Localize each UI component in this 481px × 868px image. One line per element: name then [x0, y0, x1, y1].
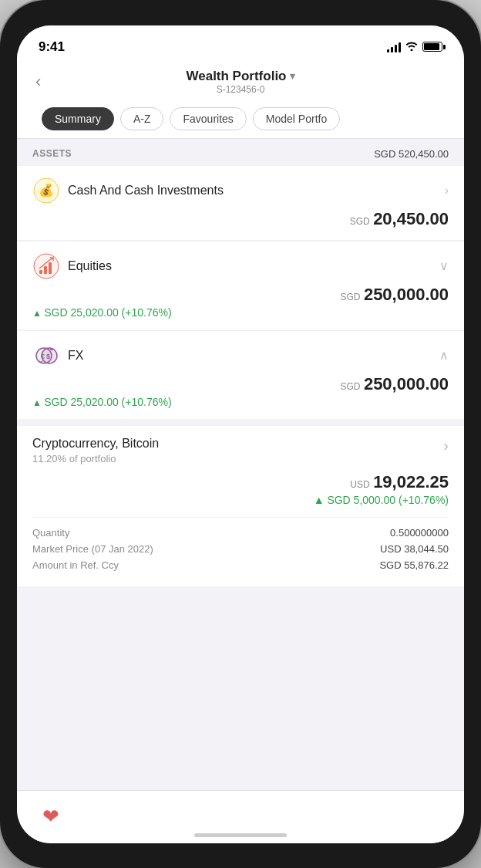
phone-frame: 9:41 ‹	[0, 0, 481, 868]
equities-asset-name: Equities	[68, 259, 112, 273]
status-bar: 9:41	[17, 25, 464, 62]
wifi-icon	[405, 41, 418, 53]
cash-amount: 20,450.00	[373, 209, 449, 228]
fx-asset-row: € $ FX ∧	[32, 342, 449, 370]
svg-text:$: $	[46, 353, 50, 360]
assets-section-header: ASSETS SGD 520,450.00	[17, 139, 464, 166]
fx-change: ▲ SGD 25,020.00 (+10.76%)	[32, 396, 449, 408]
detail-label-market-price: Market Price (07 Jan 2022)	[32, 543, 153, 555]
detail-label-quantity: Quantity	[32, 527, 69, 539]
tab-az[interactable]: A-Z	[120, 107, 164, 130]
crypto-chevron-icon: ›	[443, 437, 449, 454]
equities-icon	[32, 252, 60, 280]
detail-value-quantity: 0.500000000	[390, 527, 449, 539]
detail-row-amount-ref: Amount in Ref. Ccy SGD 55,876.22	[32, 559, 449, 571]
status-time: 9:41	[39, 39, 65, 55]
bar3	[395, 45, 397, 52]
header-top: ‹ Wealth Portfolio ▾ S-123456-0	[32, 69, 449, 100]
crypto-header: Cryptocurrency, Bitcoin 11.20% of portfo…	[32, 437, 449, 464]
cash-asset-row: 💰 Cash And Cash Investments ›	[32, 177, 449, 204]
cash-asset-left: 💰 Cash And Cash Investments	[32, 177, 224, 204]
detail-row-market-price: Market Price (07 Jan 2022) USD 38,044.50	[32, 543, 449, 555]
detail-label-amount-ref: Amount in Ref. Ccy	[32, 559, 119, 571]
crypto-details-table: Quantity 0.500000000 Market Price (07 Ja…	[32, 517, 449, 571]
status-icons	[387, 41, 442, 53]
fx-asset-name: FX	[68, 349, 83, 363]
crypto-title-section: Cryptocurrency, Bitcoin 11.20% of portfo…	[32, 437, 159, 464]
home-indicator	[194, 833, 287, 837]
tab-model-portfolio[interactable]: Model Portfo	[253, 107, 340, 130]
battery-icon	[422, 42, 442, 52]
bar1	[387, 49, 389, 52]
equities-asset-left: Equities	[32, 252, 112, 280]
tab-favourites[interactable]: Favourites	[170, 107, 246, 130]
bar4	[399, 42, 401, 52]
crypto-title: Cryptocurrency, Bitcoin	[32, 437, 159, 451]
cash-currency: SGD	[350, 216, 370, 227]
crypto-up-arrow-icon: ▲	[314, 494, 328, 506]
equities-asset-row: Equities ∨	[32, 252, 449, 280]
detail-value-market-price: USD 38,044.50	[380, 543, 449, 555]
cash-asset-name: Cash And Cash Investments	[68, 184, 224, 198]
detail-value-amount-ref: SGD 55,876.22	[379, 559, 449, 571]
equities-asset-card[interactable]: Equities ∨ SGD 250,000.00 ▲ SGD 25,020.0…	[17, 241, 464, 329]
equities-amount: 250,000.00	[364, 285, 449, 304]
tabs-bar: Summary A-Z Favourites Model Portfo	[32, 100, 449, 138]
equities-up-arrow-icon: ▲	[32, 308, 44, 319]
fx-amount-row: SGD 250,000.00	[32, 374, 449, 394]
back-button[interactable]: ‹	[32, 69, 44, 95]
fx-amount: 250,000.00	[364, 374, 449, 393]
phone-screen: 9:41 ‹	[17, 25, 464, 843]
battery-fill	[424, 43, 439, 50]
fx-up-arrow-icon: ▲	[32, 397, 44, 408]
content-area: ASSETS SGD 520,450.00 💰 Cash And Cash In…	[17, 139, 464, 790]
svg-text:€: €	[41, 353, 45, 360]
equities-change: ▲ SGD 25,020.00 (+10.76%)	[32, 306, 449, 319]
crypto-portfolio-pct: 11.20% of portfolio	[32, 453, 159, 464]
fx-currency: SGD	[340, 381, 360, 392]
heart-icon: ❤	[42, 805, 59, 829]
svg-rect-3	[39, 270, 42, 274]
equities-currency: SGD	[340, 292, 360, 302]
notch	[179, 0, 302, 22]
equities-amount-row: SGD 250,000.00	[32, 285, 449, 305]
bar2	[391, 47, 393, 52]
tab-summary[interactable]: Summary	[42, 107, 114, 130]
assets-label: ASSETS	[32, 148, 72, 159]
svg-rect-5	[49, 262, 52, 274]
crypto-card[interactable]: Cryptocurrency, Bitcoin 11.20% of portfo…	[17, 420, 464, 586]
crypto-currency-label: USD	[350, 479, 369, 490]
crypto-amounts: USD 19,022.25 ▲ SGD 5,000.00 (+10.76%)	[32, 472, 449, 506]
fx-collapse-icon[interactable]: ∧	[439, 348, 449, 363]
cash-amount-row: SGD 20,450.00	[32, 209, 449, 229]
header: ‹ Wealth Portfolio ▾ S-123456-0 Summary …	[17, 62, 464, 139]
fx-icon: € $	[32, 342, 60, 370]
svg-rect-4	[44, 266, 47, 274]
title-chevron-icon[interactable]: ▾	[290, 70, 295, 82]
fx-asset-left: € $ FX	[32, 342, 83, 370]
fx-asset-card[interactable]: € $ FX ∧ SGD 250,000.00	[17, 330, 464, 419]
crypto-main-amount: 19,022.25	[373, 472, 449, 491]
svg-text:💰: 💰	[39, 183, 54, 198]
cash-asset-card[interactable]: 💰 Cash And Cash Investments › SGD 20,450…	[17, 166, 464, 240]
equities-expand-icon[interactable]: ∨	[439, 258, 449, 273]
cash-icon: 💰	[32, 177, 60, 204]
header-title-wrap: Wealth Portfolio ▾ S-123456-0	[186, 69, 294, 95]
assets-total: SGD 520,450.00	[374, 148, 449, 160]
signal-bars-icon	[387, 42, 401, 52]
crypto-amount-line: USD 19,022.25	[32, 472, 449, 492]
favourite-button[interactable]: ❤	[35, 802, 66, 833]
cash-chevron-icon: ›	[445, 184, 449, 198]
header-subtitle: S-123456-0	[186, 84, 294, 95]
portfolio-title-text: Wealth Portfolio	[186, 69, 286, 84]
header-title: Wealth Portfolio ▾	[186, 69, 294, 84]
crypto-change: ▲ SGD 5,000.00 (+10.76%)	[32, 494, 449, 506]
detail-row-quantity: Quantity 0.500000000	[32, 527, 449, 539]
